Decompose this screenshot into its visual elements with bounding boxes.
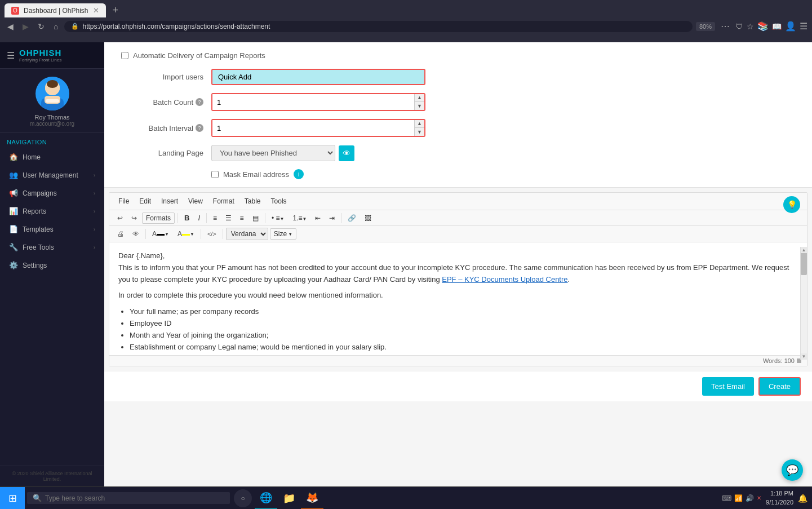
- new-tab-button[interactable]: +: [108, 3, 123, 17]
- refresh-button[interactable]: ↻: [35, 20, 47, 33]
- batch-interval-input[interactable]: [212, 120, 414, 136]
- landing-page-select[interactable]: You have been Phished: [211, 145, 335, 161]
- menu-table[interactable]: Table: [240, 195, 265, 207]
- menu-icon[interactable]: ☰: [800, 21, 807, 32]
- hamburger-button[interactable]: ☰: [7, 50, 15, 61]
- editor-list: Your full name; as per company records E…: [130, 306, 798, 353]
- settings-icon: ⚙️: [9, 261, 18, 269]
- more-icon[interactable]: ⋯: [718, 20, 732, 33]
- sidebar-item-user-management[interactable]: 👥 User Management ›: [2, 166, 102, 184]
- mask-email-info-icon[interactable]: i: [294, 169, 304, 179]
- chat-button[interactable]: 💬: [782, 459, 803, 481]
- bullet-list-button[interactable]: • ≡▼: [268, 213, 287, 224]
- create-button[interactable]: Create: [758, 377, 801, 396]
- taskbar-app-explorer[interactable]: 📁: [278, 487, 300, 510]
- home-button[interactable]: ⌂: [51, 20, 61, 33]
- batch-interval-up[interactable]: ▲: [415, 120, 424, 128]
- user-management-chevron: ›: [94, 172, 95, 178]
- taskbar-search-input[interactable]: [45, 494, 224, 502]
- font-family-select[interactable]: Verdana: [226, 228, 268, 240]
- tab-close-icon[interactable]: ✕: [93, 6, 99, 15]
- source-button[interactable]: </>: [204, 229, 220, 239]
- italic-button[interactable]: I: [194, 212, 203, 224]
- landing-page-label: Landing Page: [121, 149, 211, 157]
- formats-dropdown[interactable]: Formats: [142, 213, 175, 224]
- reports-chevron: ›: [94, 209, 95, 214]
- batch-interval-help-icon[interactable]: ?: [196, 124, 203, 132]
- editor-scrollbar[interactable]: ▲ ▼: [800, 247, 807, 360]
- campaigns-icon: 📢: [9, 189, 18, 197]
- sidebar-item-campaigns[interactable]: 📢 Campaigns ›: [2, 184, 102, 202]
- taskbar-app-ie[interactable]: 🌐: [255, 487, 277, 510]
- sidebar-item-free-tools[interactable]: 🔧 Free Tools ›: [2, 238, 102, 256]
- sidebar-item-home[interactable]: 🏠 Home: [2, 148, 102, 166]
- auto-delivery-label: Automatic Delivery of Campaign Reports: [133, 51, 265, 60]
- print-button[interactable]: 🖨: [114, 228, 127, 240]
- menu-format[interactable]: Format: [208, 195, 239, 207]
- sidebar-item-reports[interactable]: 📊 Reports ›: [2, 202, 102, 220]
- mask-email-checkbox[interactable]: [211, 171, 219, 178]
- menu-tools[interactable]: Tools: [267, 195, 291, 207]
- import-users-input[interactable]: [211, 69, 425, 85]
- justify-button[interactable]: ▤: [249, 213, 262, 224]
- toolbar-sep7: [223, 229, 223, 239]
- editor-link[interactable]: EPF – KYC Documents Upload Centre: [442, 275, 567, 284]
- indent-button[interactable]: ⇥: [326, 213, 338, 224]
- taskbar-app-firefox[interactable]: 🦊: [301, 487, 323, 510]
- notification-center-icon[interactable]: 🔔: [798, 494, 807, 503]
- cortana-button[interactable]: ○: [234, 489, 252, 507]
- forward-button[interactable]: ▶: [20, 20, 32, 33]
- library-icon[interactable]: 📚: [757, 21, 769, 32]
- address-input[interactable]: [82, 23, 686, 30]
- menu-insert[interactable]: Insert: [157, 195, 183, 207]
- start-button[interactable]: ⊞: [0, 487, 25, 510]
- taskbar-date: 9/11/2020: [766, 498, 793, 507]
- sidebar: ☰ OHPHISH Fortifying Front Lines Roy Tho…: [0, 42, 104, 486]
- free-tools-icon: 🔧: [9, 243, 18, 251]
- batch-count-row: Batch Count ? ▲ ▼: [121, 93, 795, 111]
- image-button[interactable]: 🖼: [361, 213, 375, 224]
- toolbar-sep4: [341, 213, 341, 223]
- align-right-button[interactable]: ≡: [237, 213, 247, 224]
- auto-delivery-checkbox[interactable]: [121, 52, 128, 59]
- outdent-button[interactable]: ⇤: [312, 213, 324, 224]
- sidebar-item-templates[interactable]: 📄 Templates ›: [2, 220, 102, 238]
- menu-file[interactable]: File: [114, 195, 134, 207]
- link-button[interactable]: 🔗: [344, 213, 360, 224]
- editor-body[interactable]: Dear {.Name}, This is to inform you that…: [109, 242, 807, 355]
- undo-button[interactable]: ↩: [114, 213, 126, 224]
- align-left-button[interactable]: ≡: [210, 213, 220, 224]
- batch-count-up[interactable]: ▲: [415, 94, 424, 102]
- star-icon[interactable]: ☆: [747, 22, 754, 31]
- preview-button[interactable]: 👁: [129, 228, 143, 240]
- lightbulb-button[interactable]: 💡: [783, 196, 800, 213]
- bold-button[interactable]: B: [181, 212, 193, 224]
- scroll-up-arrow[interactable]: ▲: [801, 247, 807, 253]
- landing-page-eye-button[interactable]: 👁: [339, 145, 354, 161]
- app-layout: ☰ OHPHISH Fortifying Front Lines Roy Tho…: [0, 42, 812, 486]
- back-button[interactable]: ◀: [5, 20, 16, 33]
- test-email-button[interactable]: Test Email: [702, 377, 754, 396]
- logo-text: OHPHISH: [19, 48, 61, 57]
- browser-tab-active[interactable]: O Dashboard | OhPhish ✕: [5, 3, 106, 17]
- scroll-down-arrow[interactable]: ▼: [801, 353, 807, 360]
- campaigns-label: Campaigns: [23, 189, 57, 197]
- numbered-list-button[interactable]: 1.≡▼: [290, 213, 310, 224]
- batch-interval-down[interactable]: ▼: [415, 128, 424, 136]
- batch-count-down[interactable]: ▼: [415, 102, 424, 110]
- batch-count-help-icon[interactable]: ?: [196, 98, 203, 106]
- font-size-dropdown[interactable]: Size▼: [270, 228, 296, 240]
- menu-edit[interactable]: Edit: [135, 195, 156, 207]
- batch-count-input[interactable]: [212, 94, 414, 110]
- reader-icon[interactable]: 📖: [772, 22, 782, 31]
- sidebar-item-settings[interactable]: ⚙️ Settings: [2, 256, 102, 274]
- redo-button[interactable]: ↪: [128, 213, 140, 224]
- svg-rect-3: [46, 99, 59, 103]
- font-bg-color-button[interactable]: A ▼: [174, 228, 198, 240]
- align-center-button[interactable]: ☰: [222, 213, 235, 224]
- avatar: [36, 77, 69, 110]
- search-icon: 🔍: [33, 494, 42, 502]
- menu-view[interactable]: View: [184, 195, 207, 207]
- font-color-button[interactable]: A ▼: [149, 228, 172, 240]
- profile-icon[interactable]: 👤: [785, 21, 796, 32]
